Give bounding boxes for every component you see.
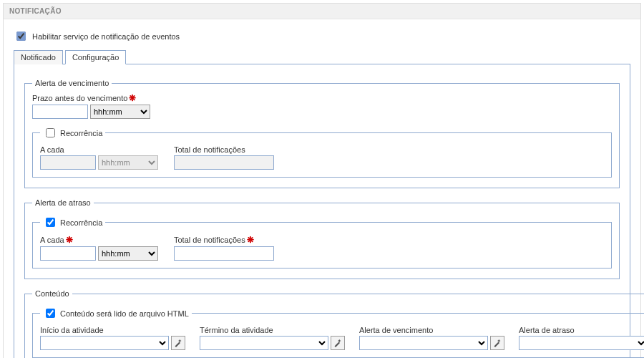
tab-notificado[interactable]: Notificado	[14, 50, 63, 64]
conteudo-legend: Conteúdo	[32, 289, 72, 298]
tab-configuracao[interactable]: Configuração	[65, 50, 126, 64]
vencimento-acada-unit-select: hhh:mm	[98, 155, 158, 170]
tabs: Notificado Configuração	[14, 50, 630, 64]
vencimento-acada-label: A cada	[40, 145, 158, 154]
prazo-unit-select[interactable]: hhh:mm	[90, 105, 150, 119]
enable-label: Habilitar serviço de notificação de even…	[32, 32, 180, 41]
conteudo-arquivo-label: Conteúdo será lido de arquivo HTML	[60, 309, 189, 318]
atraso-fieldset: Alerta de atraso Recorrência A cada❋	[24, 198, 620, 279]
tab-configuracao-panel: Alerta de vencimento Prazo antes do venc…	[14, 64, 630, 358]
vencimento-legend: Alerta de vencimento	[32, 79, 112, 87]
atraso-total-label: Total de notificações❋	[174, 235, 274, 245]
vencimento-acada-field: A cada hhh:mm	[40, 145, 158, 170]
prazo-input[interactable]	[32, 105, 88, 119]
atraso-acada-unit-select[interactable]: hhh:mm	[98, 246, 158, 261]
wand-icon	[493, 339, 502, 347]
conteudo-arquivo-checkbox[interactable]	[46, 309, 55, 318]
prazo-label-text: Prazo antes do vencimento	[32, 94, 127, 102]
conteudo-alerta-venc-select[interactable]	[359, 336, 488, 350]
conteudo-termino-picker-button[interactable]	[331, 336, 345, 350]
panel-title: NOTIFICAÇÃO	[4, 4, 640, 19]
conteudo-col-alerta-atraso: Alerta de atraso	[519, 326, 644, 350]
vencimento-fieldset: Alerta de vencimento Prazo antes do venc…	[24, 79, 620, 188]
required-icon: ❋	[129, 93, 136, 103]
conteudo-termino-label: Término da atividade	[200, 326, 345, 334]
vencimento-total-label: Total de notificações	[174, 145, 274, 154]
atraso-recorrencia-label: Recorrência	[60, 218, 102, 227]
atraso-total-label-text: Total de notificações	[174, 236, 245, 244]
conteudo-inicio-label: Início da atividade	[40, 326, 185, 334]
wand-icon	[333, 339, 342, 347]
conteudo-termino-select[interactable]	[200, 336, 328, 350]
atraso-acada-input[interactable]	[40, 246, 96, 261]
prazo-field: Prazo antes do vencimento❋ hhh:mm	[32, 93, 150, 119]
notification-panel: NOTIFICAÇÃO Habilitar serviço de notific…	[3, 3, 641, 358]
vencimento-total-field: Total de notificações	[174, 145, 274, 170]
vencimento-acada-input	[40, 155, 96, 170]
conteudo-alerta-venc-label: Alerta de vencimento	[359, 326, 504, 334]
conteudo-alerta-atraso-label: Alerta de atraso	[519, 326, 644, 334]
conteudo-col-termino: Término da atividade	[200, 326, 345, 350]
enable-checkbox[interactable]	[16, 32, 26, 41]
panel-body: Habilitar serviço de notificação de even…	[4, 19, 640, 358]
atraso-legend: Alerta de atraso	[32, 198, 94, 207]
conteudo-inicio-picker-button[interactable]	[171, 336, 185, 350]
tab-notificado-label: Notificado	[21, 53, 56, 62]
conteudo-fieldset: Conteúdo Conteúdo será lido de arquivo H…	[24, 289, 644, 358]
conteudo-alerta-atraso-select[interactable]	[519, 336, 644, 350]
enable-row: Habilitar serviço de notificação de even…	[14, 29, 630, 43]
prazo-label: Prazo antes do vencimento❋	[32, 93, 150, 103]
vencimento-total-input	[174, 155, 274, 170]
wand-icon	[174, 339, 182, 347]
vencimento-recorrencia-fieldset: Recorrência A cada hhh:mm	[32, 126, 612, 178]
conteudo-col-alerta-venc: Alerta de vencimento	[359, 326, 504, 350]
vencimento-recorrencia-checkbox[interactable]	[46, 128, 55, 137]
required-icon: ❋	[247, 235, 254, 245]
atraso-acada-label: A cada❋	[40, 235, 158, 245]
atraso-acada-label-text: A cada	[40, 236, 64, 244]
tab-configuracao-label: Configuração	[72, 53, 119, 62]
atraso-acada-field: A cada❋ hhh:mm	[40, 235, 158, 261]
conteudo-col-inicio: Início da atividade	[40, 326, 185, 350]
atraso-total-field: Total de notificações❋	[174, 235, 274, 261]
atraso-recorrencia-checkbox[interactable]	[46, 218, 55, 227]
vencimento-recorrencia-label: Recorrência	[60, 129, 102, 137]
conteudo-alerta-venc-picker-button[interactable]	[490, 336, 504, 350]
atraso-recorrencia-fieldset: Recorrência A cada❋ hhh:mm	[32, 216, 612, 268]
conteudo-inicio-select[interactable]	[40, 336, 169, 350]
atraso-total-input[interactable]	[174, 246, 274, 261]
required-icon: ❋	[66, 235, 73, 245]
conteudo-arquivo-fieldset: Conteúdo será lido de arquivo HTML Iníci…	[32, 306, 644, 358]
